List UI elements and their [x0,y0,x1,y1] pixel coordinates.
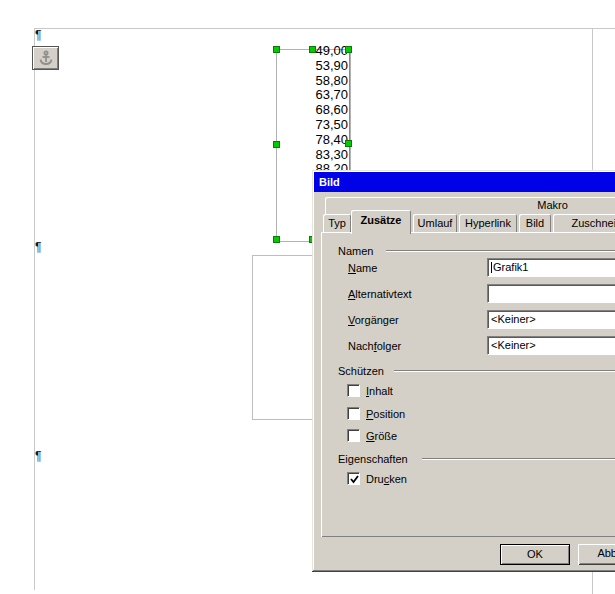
paragraph-mark: ¶ [35,241,41,253]
selection-handle-top-mid[interactable] [309,46,316,53]
vorgaenger-input[interactable]: <Keiner> [487,310,615,329]
paragraph-mark: ¶ [35,29,41,41]
selection-handle-top-left[interactable] [273,46,280,53]
tab-zusaetze[interactable]: Zusätze [351,210,411,234]
checkbox-label-inhalt: Inhalt [366,385,393,397]
tab-umlauf[interactable]: Umlauf [413,214,457,232]
group-line-schuetzen [394,370,615,372]
paragraph-mark: ¶ [35,450,41,462]
selection-handle-top-right[interactable] [345,46,352,53]
checkbox-inhalt[interactable] [347,384,360,397]
dialog-titlebar[interactable]: Bild [314,172,615,192]
writer-document-view: ¶ ¶ ¶ 49,0053,9058,8063,7068,6073,5078,4… [0,0,615,594]
checkbox-label-position: Position [366,408,405,420]
label-vorgaenger: Vorgänger [348,314,399,326]
nachfolger-input[interactable]: <Keiner> [487,336,615,355]
selection-handle-mid-right[interactable] [345,140,352,147]
text-boundary-top [34,28,615,29]
label-name: Name [348,262,377,274]
cancel-button[interactable]: Abbrechen [578,544,615,565]
tab-bild[interactable]: Bild [519,214,551,232]
dialog-title: Bild [319,176,340,188]
text-boundary-left [34,28,35,590]
ok-button[interactable]: OK [500,544,570,565]
checkbox-groesse[interactable] [347,429,360,442]
anchor-glyph [38,50,54,66]
group-label-eigenschaften: Eigenschaften [338,453,408,465]
label-nachfolger: Nachfolger [348,340,401,352]
selection-handle-mid-left[interactable] [273,141,280,148]
image-axis-values: 49,0053,9058,8063,7068,6073,5078,4083,30… [280,44,348,177]
check-icon [349,474,360,485]
group-label-schuetzen: Schützen [338,365,384,377]
group-line-namen [386,250,615,252]
checkbox-label-drucken: Drucken [366,473,407,485]
group-line-eigenschaften [422,458,615,460]
tab-hyperlink[interactable]: Hyperlink [459,214,517,232]
selection-handle-bottom-left[interactable] [273,236,280,243]
checkbox-position[interactable] [347,407,360,420]
name-input[interactable]: Grafik1 [487,258,615,277]
checkbox-label-groesse: Größe [366,430,397,442]
tab-zuschneiden[interactable]: Zuschneiden [553,214,615,232]
text-caret [491,262,492,273]
label-alternativtext: Alternativtext [348,288,412,300]
checkbox-drucken[interactable] [347,472,360,485]
image-properties-dialog: Bild Makro Typ Zusätze Umlauf Hyperlink … [312,170,615,572]
anchor-icon[interactable] [32,46,59,70]
alternativtext-input[interactable] [487,284,615,303]
group-label-namen: Namen [338,245,373,257]
tab-typ[interactable]: Typ [323,214,351,232]
